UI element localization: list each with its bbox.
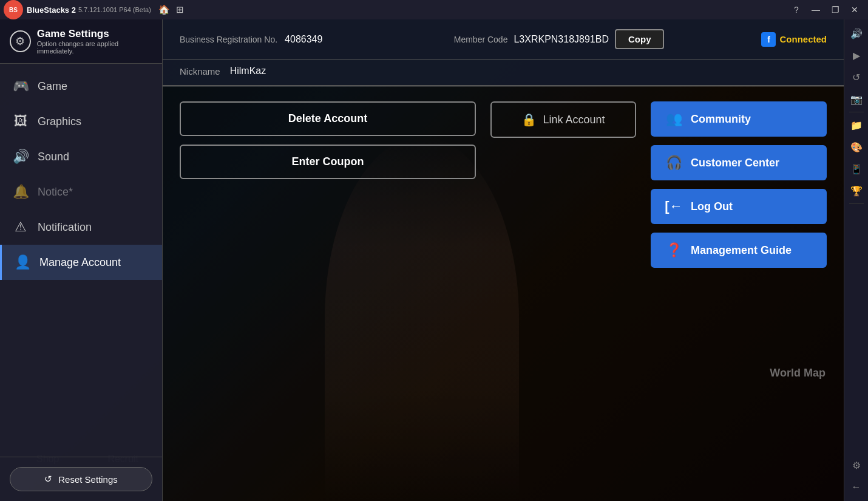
close-button[interactable]: ✕	[846, 1, 863, 18]
sidebar-screenshot-icon[interactable]: 📷	[846, 89, 867, 109]
lock-icon: 🔒	[521, 112, 537, 127]
sidebar-item-sound[interactable]: 🔊 Sound	[0, 139, 162, 174]
guide-icon: ❓	[665, 242, 682, 258]
link-account-button[interactable]: 🔒 Link Account	[490, 101, 636, 138]
game-icon: 🎮	[12, 78, 29, 94]
sidebar-item-notification-label: Notification	[38, 221, 92, 234]
business-reg-label: Business Registration No.	[180, 35, 277, 44]
customer-center-label: Customer Center	[691, 157, 779, 169]
enter-coupon-button[interactable]: Enter Coupon	[180, 145, 476, 179]
log-out-button[interactable]: [← Log Out	[651, 189, 827, 224]
notice-icon: 🔔	[12, 184, 29, 200]
sidebar-item-game-label: Game	[38, 80, 67, 93]
sidebar-item-notice-label: Notice*	[38, 186, 73, 199]
sidebar-item-manage-account[interactable]: 👤 Manage Account	[0, 245, 162, 280]
app-logo: BS	[4, 0, 23, 19]
reset-settings-label: Reset Settings	[58, 474, 118, 485]
facebook-icon: f	[761, 32, 776, 47]
settings-overlay: ⚙ Game Settings Option changes are appli…	[0, 19, 844, 501]
sound-icon: 🔊	[12, 149, 29, 165]
sidebar-item-notice[interactable]: 🔔 Notice*	[0, 174, 162, 210]
manage-account-icon: 👤	[14, 254, 31, 270]
notification-icon: ⚠	[12, 219, 29, 235]
sidebar-volume-icon[interactable]: 🔊	[846, 23, 867, 44]
log-out-label: Log Out	[691, 200, 733, 213]
business-reg-field: Business Registration No. 4086349	[180, 34, 322, 45]
sidebar-play-icon[interactable]: ▶	[846, 45, 867, 66]
actions-area: Delete Account Enter Coupon 🔒 Link Accou…	[163, 87, 844, 282]
settings-gear-icon: ⚙	[10, 30, 31, 52]
reset-icon: ↺	[44, 474, 52, 485]
copy-button[interactable]: Copy	[615, 29, 665, 49]
sidebar-rotate-icon[interactable]: ↺	[846, 67, 867, 87]
facebook-connected-block: f Connected	[761, 32, 827, 47]
member-code-value: L3XRKPN318J891BD	[514, 34, 609, 45]
sidebar-folder-icon[interactable]: 📁	[846, 115, 867, 135]
sidebar-back-icon[interactable]: ←	[846, 477, 867, 497]
sidebar-palette-icon[interactable]: 🎨	[846, 137, 867, 157]
settings-content: Business Registration No. 4086349 Member…	[163, 19, 844, 501]
settings-header: ⚙ Game Settings Option changes are appli…	[0, 19, 162, 64]
settings-title: Game Settings	[37, 28, 152, 40]
settings-nav: 🎮 Game 🖼 Graphics 🔊 Sound 🔔 Notice* ⚠ No…	[0, 64, 162, 457]
sidebar-item-sound-label: Sound	[38, 151, 69, 163]
middle-actions: 🔒 Link Account	[490, 101, 636, 268]
community-button[interactable]: 👥 Community	[651, 101, 827, 137]
link-account-label: Link Account	[543, 114, 605, 126]
titlebar: BS BlueStacks 2 5.7.121.1001 P64 (Beta) …	[0, 0, 868, 19]
logout-icon: [←	[665, 199, 682, 214]
community-label: Community	[691, 113, 751, 126]
titlebar-nav-icons: 🏠 ⊞	[158, 4, 184, 15]
nickname-label: Nickname	[180, 66, 220, 77]
app-version: 5.7.121.1001 P64 (Beta)	[78, 6, 151, 13]
business-reg-value: 4086349	[285, 34, 322, 45]
sidebar-item-game[interactable]: 🎮 Game	[0, 69, 162, 104]
headset-icon: 🎧	[665, 155, 682, 171]
sidebar-item-graphics-label: Graphics	[38, 115, 81, 128]
multi-instance-icon[interactable]: ⊞	[176, 4, 184, 15]
settings-sidebar: ⚙ Game Settings Option changes are appli…	[0, 19, 163, 501]
member-code-block: Member Code L3XRKPN318J891BD Copy	[454, 29, 665, 49]
connected-text: Connected	[779, 34, 827, 44]
sidebar-item-notification[interactable]: ⚠ Notification	[0, 210, 162, 245]
sidebar-settings-icon[interactable]: ⚙	[846, 455, 867, 475]
settings-subtitle: Option changes are applied immediately.	[37, 40, 152, 55]
management-guide-button[interactable]: ❓ Management Guide	[651, 233, 827, 268]
management-guide-label: Management Guide	[691, 244, 792, 257]
community-icon: 👥	[665, 111, 682, 127]
sidebar-item-manage-account-label: Manage Account	[39, 256, 121, 269]
app-name: BlueStacks 2	[27, 5, 76, 15]
minimize-button[interactable]: —	[807, 1, 824, 18]
help-button[interactable]: ?	[788, 1, 805, 18]
reset-settings-button[interactable]: ↺ Reset Settings	[10, 467, 152, 491]
sidebar-item-graphics[interactable]: 🖼 Graphics	[0, 104, 162, 139]
sidebar-divider-2	[849, 203, 864, 204]
home-nav-icon[interactable]: 🏠	[158, 4, 170, 15]
left-actions: Delete Account Enter Coupon	[180, 101, 476, 268]
nickname-row: Nickname HilmKaz	[163, 60, 844, 86]
account-info-bar: Business Registration No. 4086349 Member…	[163, 19, 844, 60]
bluestacks-right-sidebar: 🔊 ▶ ↺ 📷 📁 🎨 📱 🏆 ⚙ ←	[844, 19, 868, 501]
settings-footer: ↺ Reset Settings	[0, 457, 162, 501]
sidebar-trophy-icon[interactable]: 🏆	[846, 180, 867, 201]
member-code-label: Member Code	[454, 35, 508, 44]
graphics-icon: 🖼	[12, 114, 29, 129]
delete-account-button[interactable]: Delete Account	[180, 101, 476, 136]
restore-button[interactable]: ❐	[827, 1, 844, 18]
nickname-value: HilmKaz	[230, 66, 266, 77]
titlebar-window-controls: ? — ❐ ✕	[788, 1, 863, 18]
right-actions: 👥 Community 🎧 Customer Center [← Log Out…	[651, 101, 827, 268]
customer-center-button[interactable]: 🎧 Customer Center	[651, 145, 827, 180]
sidebar-phone-icon[interactable]: 📱	[846, 158, 867, 179]
sidebar-divider-1	[849, 112, 864, 112]
